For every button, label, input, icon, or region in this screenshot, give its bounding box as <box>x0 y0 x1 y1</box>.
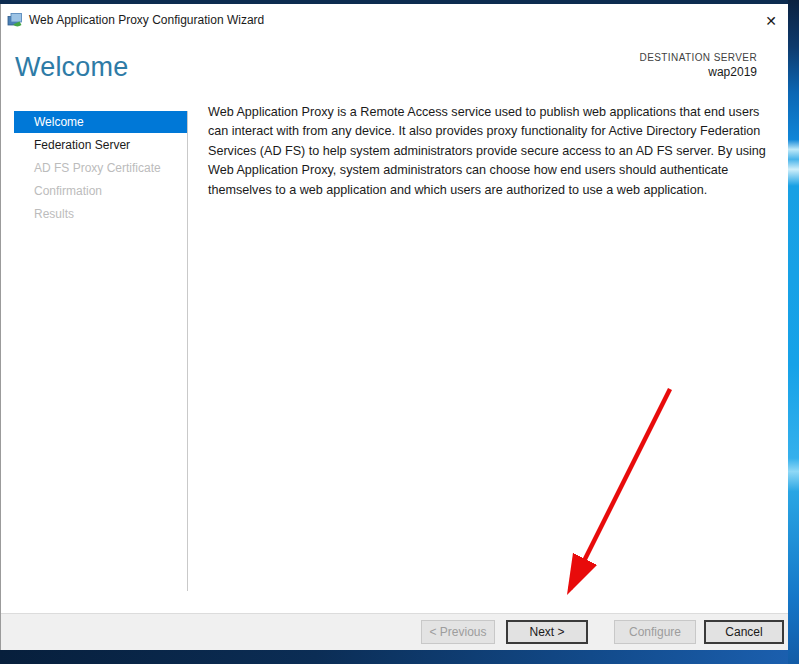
wizard-window: Web Application Proxy Configuration Wiza… <box>0 4 788 650</box>
cancel-button[interactable]: Cancel <box>704 620 784 644</box>
close-icon: ✕ <box>765 13 777 29</box>
sidebar-separator <box>187 111 188 591</box>
welcome-description: Web Application Proxy is a Remote Access… <box>208 103 769 200</box>
wizard-steps-sidebar: Welcome Federation Server AD FS Proxy Ce… <box>14 111 187 226</box>
desktop-background-right <box>788 0 799 664</box>
sidebar-item-federation-server[interactable]: Federation Server <box>14 134 187 156</box>
window-title: Web Application Proxy Configuration Wiza… <box>29 13 264 27</box>
destination-server-value: wap2019 <box>640 66 757 78</box>
next-button[interactable]: Next > <box>506 620 588 644</box>
destination-server-label: DESTINATION SERVER <box>640 53 757 63</box>
sidebar-item-confirmation: Confirmation <box>14 180 187 202</box>
desktop-background-bottom <box>0 650 788 664</box>
destination-server-block: DESTINATION SERVER wap2019 <box>640 53 757 78</box>
page-title: Welcome <box>15 52 128 83</box>
sidebar-item-welcome[interactable]: Welcome <box>14 111 187 133</box>
close-button[interactable]: ✕ <box>754 8 788 35</box>
title-bar: Web Application Proxy Configuration Wiza… <box>1 4 788 36</box>
app-icon <box>7 12 23 28</box>
previous-button: < Previous <box>421 620 495 644</box>
configure-button: Configure <box>614 620 696 644</box>
sidebar-item-results: Results <box>14 203 187 225</box>
sidebar-item-adfs-proxy-certificate: AD FS Proxy Certificate <box>14 157 187 179</box>
